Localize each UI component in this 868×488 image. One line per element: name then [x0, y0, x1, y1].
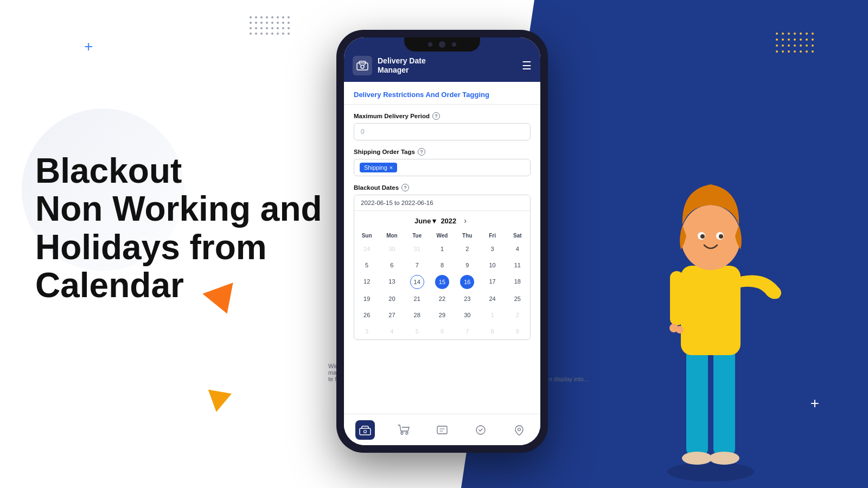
- svg-point-18: [681, 205, 741, 270]
- shipping-tag: Shipping ×: [360, 163, 397, 172]
- nav-icon-0: [355, 420, 375, 440]
- calendar-day[interactable]: 18: [505, 273, 530, 291]
- phone-screen: Delivery Date Manager ☰ Delivery Restric…: [344, 37, 540, 445]
- calendar-day[interactable]: 1: [430, 241, 455, 257]
- dow-thu: Thu: [455, 230, 480, 241]
- max-delivery-help-icon[interactable]: ?: [432, 112, 440, 120]
- svg-point-15: [709, 452, 739, 465]
- date-range-input[interactable]: 2022-06-15 to 2022-06-16: [354, 195, 530, 211]
- calendar-day[interactable]: 26: [354, 307, 379, 323]
- calendar-day[interactable]: 25: [505, 291, 530, 307]
- calendar-day[interactable]: 9: [505, 323, 530, 339]
- calendar-day[interactable]: 2: [505, 307, 530, 323]
- calendar-day[interactable]: 6: [430, 323, 455, 339]
- calendar-day[interactable]: 7: [455, 323, 480, 339]
- svg-point-6: [401, 432, 403, 434]
- calendar-day[interactable]: 20: [379, 291, 404, 307]
- calendar-day[interactable]: 30: [379, 241, 404, 257]
- calendar-day[interactable]: 8: [480, 323, 505, 339]
- calendar-day[interactable]: 16: [455, 273, 480, 291]
- heading-line4: Calendar: [35, 266, 184, 305]
- shipping-tags-label: Shipping Order Tags ?: [354, 148, 531, 156]
- calendar-day[interactable]: 21: [405, 291, 430, 307]
- calendar-day[interactable]: 24: [480, 291, 505, 307]
- character-illustration: [624, 119, 797, 488]
- phone-container: Delivery Date Manager ☰ Delivery Restric…: [336, 30, 548, 453]
- calendar-day[interactable]: 6: [379, 257, 404, 273]
- svg-rect-0: [357, 63, 368, 70]
- calendar-day[interactable]: 12: [354, 273, 379, 291]
- calendar-day[interactable]: 2: [455, 241, 480, 257]
- blackout-dates-help-icon[interactable]: ?: [401, 184, 409, 191]
- shipping-tags-help-icon[interactable]: ?: [418, 148, 425, 156]
- calendar-day[interactable]: 1: [480, 307, 505, 323]
- nav-item-0[interactable]: [355, 420, 375, 440]
- svg-rect-8: [437, 426, 447, 434]
- left-heading: Blackout Non Working and Holidays from C…: [35, 152, 322, 305]
- year-label: 2022: [441, 217, 456, 225]
- calendar-day[interactable]: 3: [354, 323, 379, 339]
- nav-icon-1: [394, 420, 413, 440]
- nav-item-4[interactable]: [509, 420, 529, 440]
- svg-point-21: [700, 234, 705, 239]
- dow-wed: Wed: [430, 230, 455, 241]
- triangle-yellow-icon: [205, 389, 232, 414]
- calendar-day[interactable]: 27: [379, 307, 404, 323]
- calendar-day[interactable]: 13: [379, 273, 404, 291]
- tag-remove-button[interactable]: ×: [390, 164, 393, 171]
- calendar-day[interactable]: 5: [354, 257, 379, 273]
- tag-label: Shipping: [364, 164, 387, 171]
- bg-card-text-right: n display into...: [549, 376, 589, 382]
- heading-line1: Blackout: [35, 151, 182, 190]
- hamburger-button[interactable]: ☰: [522, 59, 532, 72]
- svg-point-9: [476, 426, 485, 434]
- calendar-day[interactable]: 22: [430, 291, 455, 307]
- phone-notch: [404, 37, 480, 52]
- calendar-day[interactable]: 11: [505, 257, 530, 273]
- blackout-dates-field: Blackout Dates ? 2022-06-15 to 2022-06-1…: [354, 184, 531, 340]
- calendar-day[interactable]: 19: [354, 291, 379, 307]
- max-delivery-input[interactable]: [354, 123, 531, 140]
- calendar-day[interactable]: 17: [480, 273, 505, 291]
- notch-dot-left: [428, 42, 432, 47]
- calendar-day[interactable]: 31: [405, 241, 430, 257]
- calendar-day[interactable]: 4: [379, 323, 404, 339]
- month-select[interactable]: June ▾: [414, 217, 436, 225]
- plus-blue-icon: +: [84, 38, 93, 55]
- blackout-dates-label: Blackout Dates ?: [354, 184, 531, 191]
- dow-mon: Mon: [379, 230, 404, 241]
- section-title: Delivery Restrictions And Order Tagging: [354, 91, 531, 99]
- calendar-day[interactable]: 5: [405, 323, 430, 339]
- app-title: Delivery Date Manager: [378, 56, 426, 75]
- nav-item-2[interactable]: [432, 420, 452, 440]
- calendar-day[interactable]: 4: [505, 241, 530, 257]
- calendar-day[interactable]: 29: [430, 307, 455, 323]
- nav-icon-4: [509, 420, 529, 440]
- svg-point-25: [676, 326, 684, 333]
- calendar-next-button[interactable]: ›: [461, 215, 470, 226]
- section-header: Delivery Restrictions And Order Tagging: [344, 82, 540, 105]
- calendar-day[interactable]: 28: [405, 307, 430, 323]
- svg-rect-4: [360, 428, 371, 435]
- calendar-day[interactable]: 15: [430, 273, 455, 291]
- calendar-day[interactable]: 8: [430, 257, 455, 273]
- calendar-day[interactable]: 30: [455, 307, 480, 323]
- calendar-grid: 2430311234567891011121314151617181920212…: [354, 241, 530, 339]
- calendar-day[interactable]: 10: [480, 257, 505, 273]
- nav-item-3[interactable]: [471, 420, 490, 440]
- max-delivery-field: Maximum Delivery Period ?: [354, 112, 531, 140]
- calendar-day[interactable]: 23: [455, 291, 480, 307]
- plus-white-icon: +: [810, 395, 819, 412]
- calendar-day[interactable]: 24: [354, 241, 379, 257]
- svg-rect-16: [681, 266, 741, 355]
- nav-item-1[interactable]: [394, 420, 413, 440]
- calendar-day[interactable]: 9: [455, 257, 480, 273]
- tags-input[interactable]: Shipping ×: [354, 159, 531, 176]
- calendar-day[interactable]: 7: [405, 257, 430, 273]
- calendar-day[interactable]: 14: [405, 273, 430, 291]
- svg-rect-12: [686, 347, 708, 455]
- dow-sat: Sat: [505, 230, 530, 241]
- bottom-nav: [344, 414, 540, 445]
- calendar-day[interactable]: 3: [480, 241, 505, 257]
- shipping-tags-field: Shipping Order Tags ? Shipping ×: [354, 148, 531, 176]
